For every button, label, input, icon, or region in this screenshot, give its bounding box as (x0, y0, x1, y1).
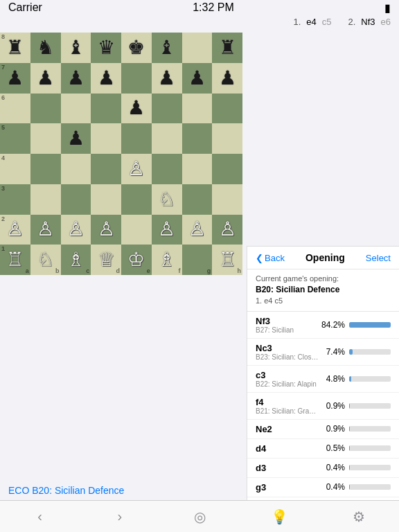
square-a8[interactable]: 8♜ (0, 33, 30, 63)
opening-row-5[interactable]: d40.5% (247, 439, 399, 459)
square-g6[interactable] (182, 94, 213, 124)
square-e2[interactable] (121, 215, 152, 245)
square-c3[interactable] (61, 184, 91, 215)
square-d8[interactable]: ♛ (91, 33, 121, 63)
piece-d7: ♟ (98, 69, 115, 88)
tab-back[interactable]: ‹ (0, 501, 80, 532)
square-e5[interactable] (121, 123, 152, 154)
square-a1[interactable]: 1a♖ (0, 245, 30, 275)
bar-container-0 (349, 322, 391, 328)
square-g1[interactable]: g (182, 245, 213, 275)
square-h1[interactable]: h♖ (212, 245, 242, 275)
square-h3[interactable] (212, 184, 242, 215)
opening-row-0[interactable]: Nf3B27: Sicilian84.2% (247, 312, 399, 339)
square-c8[interactable]: ♝ (61, 33, 91, 63)
square-d7[interactable]: ♟ (91, 63, 121, 94)
square-b4[interactable] (30, 154, 61, 184)
square-d1[interactable]: d♕ (91, 245, 121, 275)
square-c7[interactable]: ♟ (61, 63, 91, 94)
select-button[interactable]: Select (366, 253, 391, 263)
tab-settings[interactable]: ⚙ (319, 501, 399, 532)
square-f1[interactable]: f♗ (152, 245, 182, 275)
square-c1[interactable]: c♗ (61, 245, 91, 275)
tab-openings[interactable]: 💡 (240, 501, 319, 532)
square-e4[interactable]: ♙ (121, 154, 152, 184)
tab-engine[interactable]: ◎ (159, 501, 239, 532)
piece-h2: ♙ (219, 220, 236, 239)
square-e6[interactable]: ♟ (121, 94, 152, 124)
square-g5[interactable] (182, 123, 213, 154)
square-g7[interactable]: ♟ (182, 63, 213, 94)
opening-row-4[interactable]: Ne20.9% (247, 420, 399, 439)
square-e3[interactable] (121, 184, 152, 215)
square-g8[interactable] (182, 33, 213, 63)
square-b5[interactable] (30, 123, 61, 154)
square-h7[interactable]: ♟ (212, 63, 242, 94)
square-c4[interactable] (61, 154, 91, 184)
square-b8[interactable]: ♞ (30, 33, 61, 63)
square-a7[interactable]: 7♟ (0, 63, 30, 94)
square-g2[interactable]: ♙ (182, 215, 213, 245)
square-h5[interactable] (212, 123, 242, 154)
openings-list[interactable]: Nf3B27: Sicilian84.2%Nc3B23: Sicilian: C… (247, 312, 399, 500)
square-h8[interactable]: ♜ (212, 33, 242, 63)
square-h6[interactable] (212, 94, 242, 124)
square-h2[interactable]: ♙ (212, 215, 242, 245)
square-a5[interactable]: 5 (0, 123, 30, 154)
square-b2[interactable]: ♙ (30, 215, 61, 245)
opening-pct-1: 7.4% (319, 347, 345, 357)
square-a3[interactable]: 3 (0, 184, 30, 215)
back-button[interactable]: ❮ Back (256, 253, 285, 263)
piece-e6: ♟ (127, 98, 145, 118)
opening-row-6[interactable]: d30.4% (247, 459, 399, 478)
square-e8[interactable]: ♚ (121, 33, 152, 63)
square-f8[interactable]: ♝ (152, 33, 182, 63)
square-a4[interactable]: 4 (0, 154, 30, 184)
status-bar: Carrier 1:32 PM ▮ (0, 0, 399, 15)
move-black-2: e6 (381, 17, 391, 27)
square-c6[interactable] (61, 94, 91, 124)
opening-row-7[interactable]: g30.4% (247, 478, 399, 497)
square-g4[interactable] (182, 154, 213, 184)
square-b3[interactable] (30, 184, 61, 215)
square-d3[interactable] (91, 184, 121, 215)
opening-info-6: d3 (256, 463, 319, 473)
chess-board[interactable]: 8♜♞♝♛♚♝♜7♟♟♟♟♟♟♟6♟5♟4♙3♘2♙♙♙♙♙♙♙1a♖b♘c♗d… (0, 33, 242, 275)
carrier-label: Carrier (8, 1, 42, 14)
bar-fill-3 (349, 403, 350, 409)
square-f5[interactable] (152, 123, 182, 154)
opening-pct-7: 0.4% (319, 482, 345, 492)
opening-info-0: Nf3B27: Sicilian (256, 316, 319, 334)
square-a6[interactable]: 6 (0, 94, 30, 124)
move-list: 1. e4 c5 2. Nf3 e6 (0, 15, 399, 30)
opening-row-1[interactable]: Nc3B23: Sicilian: Closed7.4% (247, 339, 399, 366)
square-f7[interactable]: ♟ (152, 63, 182, 94)
square-b6[interactable] (30, 94, 61, 124)
tab-forward[interactable]: › (80, 501, 159, 532)
opening-row-2[interactable]: c3B22: Sicilian: Alapin4.8% (247, 366, 399, 393)
square-b1[interactable]: b♘ (30, 245, 61, 275)
square-d2[interactable]: ♙ (91, 215, 121, 245)
square-g3[interactable] (182, 184, 213, 215)
square-f4[interactable] (152, 154, 182, 184)
opening-move-6: d3 (256, 463, 319, 473)
square-e1[interactable]: e♔ (121, 245, 152, 275)
square-e7[interactable] (121, 63, 152, 94)
square-c2[interactable]: ♙ (61, 215, 91, 245)
square-f6[interactable] (152, 94, 182, 124)
square-d5[interactable] (91, 123, 121, 154)
piece-a1: ♖ (6, 250, 24, 269)
square-b7[interactable]: ♟ (30, 63, 61, 94)
square-h4[interactable] (212, 154, 242, 184)
square-f3[interactable]: ♘ (152, 184, 182, 215)
square-c5[interactable]: ♟ (61, 123, 91, 154)
square-a2[interactable]: 2♙ (0, 215, 30, 245)
opening-pct-0: 84.2% (319, 320, 345, 330)
square-d6[interactable] (91, 94, 121, 124)
rank-label-1: 1 (1, 245, 5, 252)
file-label-e: e (147, 267, 150, 274)
opening-row-3[interactable]: f4B21: Sicilian: Grand Prix Attack0.9% (247, 393, 399, 420)
square-f2[interactable]: ♙ (152, 215, 182, 245)
square-d4[interactable] (91, 154, 121, 184)
piece-b7: ♟ (37, 69, 54, 88)
